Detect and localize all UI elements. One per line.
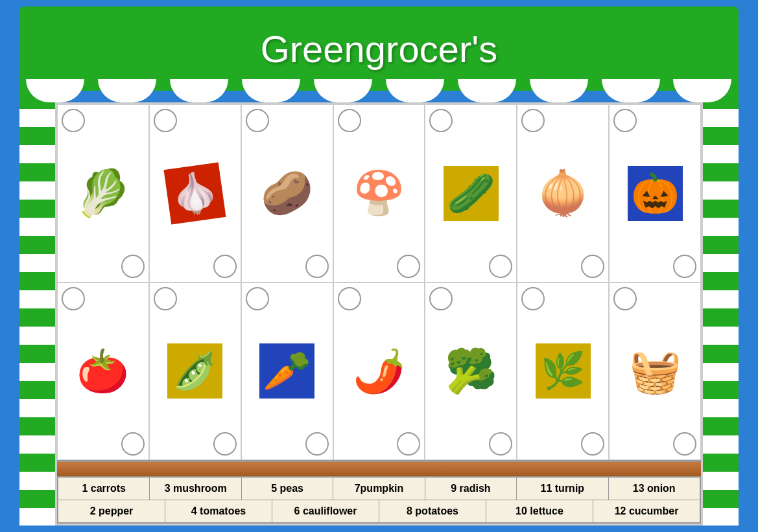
label-radish: 9 radish [425, 478, 517, 500]
circle-tl [613, 109, 637, 132]
veg-cucumber-icon: 🥒 [447, 170, 495, 216]
veg-cell-potato: 🥔 [241, 104, 333, 283]
circle-tl [246, 109, 269, 132]
circle-tl [429, 109, 453, 132]
veg-cell-onion: 🧅 [517, 104, 609, 283]
scallop [530, 79, 588, 102]
veg-basket-icon: 🧺 [629, 347, 681, 396]
scallop [98, 79, 156, 102]
circle-tl [62, 109, 85, 132]
label-turnip: 11 turnip [517, 478, 608, 500]
veg-cell-carrot: 🥕 [241, 283, 333, 461]
scallop [673, 79, 731, 102]
label-pepper: 2 pepper [58, 500, 165, 522]
circle-tl [521, 109, 545, 132]
circle-br [213, 432, 237, 456]
circle-tl [62, 287, 85, 310]
veg-cell-garlic: 🧄 [149, 104, 241, 283]
veg-onion-icon: 🧅 [537, 168, 589, 218]
veg-potato-icon: 🥔 [261, 168, 313, 218]
veg-cell-pepper: 🌶️ [333, 283, 425, 461]
circle-tl [429, 287, 453, 310]
label-peas: 5 peas [242, 478, 333, 500]
scallop [26, 79, 84, 102]
circle-br [489, 432, 512, 456]
circle-tl [154, 109, 177, 132]
veg-cell-mushroom: 🍄 [333, 104, 425, 283]
label-mushroom: 3 mushroom [150, 478, 241, 500]
scallop [242, 79, 300, 102]
circle-br [673, 255, 696, 278]
pillar-left [19, 91, 55, 526]
circle-tl [613, 287, 637, 310]
veg-pumpkin-icon: 🎃 [631, 170, 680, 216]
veg-garlic-icon: 🧄 [168, 167, 222, 220]
label-carrots: 1 carrots [58, 478, 150, 500]
veg-tomato-icon: 🍅 [77, 347, 129, 396]
veg-cell-cucumber: 🥒 [425, 104, 517, 283]
veg-cell-lettuce: 🥬 [57, 104, 149, 283]
labels-row-1: 1 carrots 3 mushroom 5 peas 7pumpkin 9 r… [58, 478, 700, 500]
circle-br [305, 255, 329, 278]
circle-br [305, 432, 329, 456]
scallop-row [19, 79, 739, 102]
circle-tl [154, 287, 177, 310]
shelf [57, 462, 701, 476]
scallop [170, 79, 228, 102]
circle-tl [338, 287, 361, 310]
circle-br [121, 432, 145, 456]
veg-cell-radish: 🌿 [517, 283, 609, 461]
veg-carrot-card: 🥕 [259, 343, 314, 399]
veg-cucumber-card: 🥒 [444, 166, 499, 221]
scallop [386, 79, 444, 102]
label-cauliflower: 6 cauliflower [272, 500, 379, 522]
veg-radish-icon: 🌿 [541, 350, 586, 392]
labels-row-2: 2 pepper 4 tomatoes 6 cauliflower 8 pota… [58, 500, 700, 522]
veg-cell-tomato: 🍅 [57, 283, 149, 461]
circle-br [397, 432, 420, 456]
veg-cauliflower-icon: 🥦 [445, 347, 497, 396]
circle-br [673, 432, 696, 456]
veg-peas-icon: 🫛 [172, 350, 217, 392]
veg-mushroom-icon: 🍄 [353, 168, 405, 218]
circle-tl [521, 287, 545, 310]
veg-pumpkin-card: 🎃 [628, 166, 683, 221]
shop-inner: 🥬 🧄 🥔 [55, 102, 703, 526]
shop-title: Greengrocer's [261, 27, 498, 71]
veg-cell-peas: 🫛 [149, 283, 241, 461]
scallop [314, 79, 372, 102]
shop-container: Greengrocer's 🥬 [19, 6, 739, 526]
label-lettuce: 10 lettuce [486, 500, 593, 522]
shop-body: 🥬 🧄 🥔 [19, 91, 739, 526]
veg-peas-card: 🫛 [167, 343, 222, 399]
veg-cell-pumpkin: 🎃 [609, 104, 701, 283]
labels-section: 1 carrots 3 mushroom 5 peas 7pumpkin 9 r… [57, 476, 701, 524]
veg-cell-cauliflower: 🥦 [425, 283, 517, 461]
label-tomatoes: 4 tomatoes [165, 500, 272, 522]
pillar-right [703, 91, 739, 526]
label-pumpkin: 7pumpkin [333, 478, 425, 500]
veg-radish-card: 🌿 [536, 343, 591, 399]
circle-br [581, 432, 604, 456]
veg-carrot-icon: 🥕 [263, 348, 311, 394]
circle-br [121, 255, 145, 278]
veg-grid: 🥬 🧄 🥔 [57, 104, 701, 462]
veg-lettuce-icon: 🥬 [75, 167, 131, 220]
circle-tl [246, 287, 269, 310]
label-onion: 13 onion [609, 478, 700, 500]
label-cucumber: 12 cucumber [593, 500, 700, 522]
circle-br [397, 255, 420, 278]
scallop [602, 79, 660, 102]
veg-garlic-card: 🧄 [164, 162, 226, 224]
circle-br [581, 255, 604, 278]
circle-br [213, 255, 237, 278]
circle-tl [338, 109, 361, 132]
circle-br [489, 255, 512, 278]
awning: Greengrocer's [19, 6, 739, 91]
label-potatoes: 8 potatoes [379, 500, 486, 522]
veg-pepper-icon: 🌶️ [353, 347, 405, 396]
veg-cell-basket: 🧺 [609, 283, 701, 461]
scallop [458, 79, 516, 102]
